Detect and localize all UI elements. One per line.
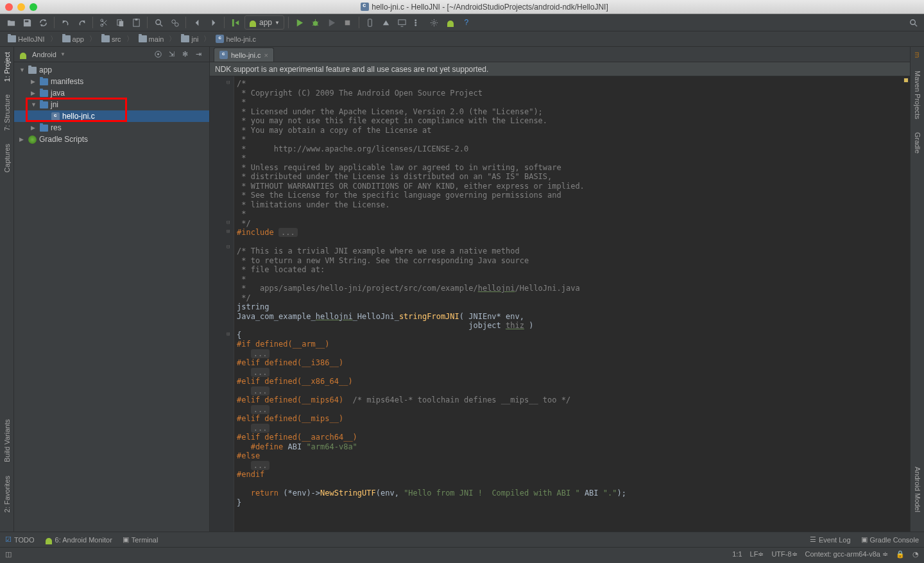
tree-item-jni[interactable]: ▼jni xyxy=(14,99,209,110)
attach-icon[interactable] xyxy=(325,15,339,30)
rail-captures[interactable]: Captures xyxy=(3,144,11,173)
run-config-label: app xyxy=(259,18,272,27)
replace-icon[interactable] xyxy=(167,15,182,30)
rail-structure[interactable]: 7: Structure xyxy=(3,94,11,131)
folder-icon xyxy=(40,125,48,132)
svg-rect-5 xyxy=(135,18,137,20)
scroll-from-source-icon[interactable] xyxy=(152,49,164,60)
folder-icon xyxy=(139,35,147,42)
debug-icon[interactable] xyxy=(309,15,323,30)
main-toolbar: app ▼ ? xyxy=(0,14,924,31)
make-icon[interactable] xyxy=(228,15,243,30)
project-tree: ▼app ▶manifests ▶java ▼jni hello-jni.c ▶… xyxy=(14,62,209,532)
structure-tb-icon[interactable] xyxy=(411,15,425,30)
status-extra-icon[interactable]: ◔ xyxy=(912,550,919,559)
lock-icon[interactable]: 🔒 xyxy=(896,550,905,559)
svg-point-9 xyxy=(313,21,318,26)
stop-icon[interactable] xyxy=(341,15,355,30)
cut-icon[interactable] xyxy=(97,15,111,30)
breadcrumb-item[interactable]: jni xyxy=(178,34,201,44)
find-icon[interactable] xyxy=(151,15,166,30)
chevron-down-icon: ▼ xyxy=(275,20,280,26)
editor-gutter[interactable]: ⊟ ⊟ ⊞ ⊟ ⊞ xyxy=(210,76,234,532)
tree-item-app[interactable]: ▼app xyxy=(14,64,209,76)
avd-icon[interactable] xyxy=(363,15,377,30)
breadcrumb-item[interactable]: src xyxy=(99,34,124,44)
svg-point-16 xyxy=(433,21,436,24)
rail-build-variants[interactable]: Build Variants xyxy=(3,419,11,462)
bottom-terminal[interactable]: ▣Terminal xyxy=(123,535,158,544)
help-icon[interactable]: ? xyxy=(459,15,474,30)
tree-item-hello-jni-c[interactable]: hello-jni.c xyxy=(14,110,209,122)
folder-icon xyxy=(8,35,16,42)
rail-android-model[interactable]: Android Model xyxy=(914,467,921,512)
panel-settings-icon[interactable]: ✻ xyxy=(179,49,191,60)
bottom-android-monitor[interactable]: 6: Android Monitor xyxy=(45,536,112,544)
search-everywhere-icon[interactable] xyxy=(906,15,920,30)
c-file-icon xyxy=(216,35,224,43)
rail-favorites[interactable]: 2: Favorites xyxy=(3,476,11,512)
tree-item-manifests[interactable]: ▶manifests xyxy=(14,76,209,87)
editor-tab-hello-jni[interactable]: hello-jni.c × xyxy=(214,48,274,62)
nav-back-icon[interactable] xyxy=(190,15,204,30)
bottom-event-log[interactable]: ☰Event Log xyxy=(810,535,851,544)
window-controls xyxy=(5,3,37,11)
rail-maven[interactable]: m xyxy=(914,52,921,58)
status-position[interactable]: 1:1 xyxy=(732,550,742,559)
bottom-todo[interactable]: ☑TODO xyxy=(5,535,35,544)
undo-icon[interactable] xyxy=(58,15,73,30)
svg-point-15 xyxy=(415,24,417,26)
android-icon xyxy=(249,19,257,26)
sync-icon[interactable] xyxy=(36,15,50,30)
rail-project[interactable]: 1: Project xyxy=(3,52,11,82)
rail-maven-projects[interactable]: Maven Projects xyxy=(914,71,921,119)
svg-point-19 xyxy=(157,53,159,55)
run-config-selector[interactable]: app ▼ xyxy=(244,15,284,30)
folder-icon xyxy=(62,35,71,42)
status-line-sep[interactable]: LF≑ xyxy=(750,550,764,559)
open-icon[interactable] xyxy=(4,15,18,30)
run-icon[interactable] xyxy=(293,15,307,30)
svg-rect-11 xyxy=(368,19,372,26)
svg-rect-3 xyxy=(119,21,123,26)
breadcrumb-item[interactable]: hello-jni.c xyxy=(213,33,258,44)
copy-icon[interactable] xyxy=(113,15,127,30)
settings-icon[interactable] xyxy=(427,15,441,30)
paste-icon[interactable] xyxy=(129,15,143,30)
tree-item-gradle-scripts[interactable]: ▶Gradle Scripts xyxy=(14,134,209,145)
bottom-gradle-console[interactable]: ▣Gradle Console xyxy=(861,535,919,544)
editor-marker-bar[interactable] xyxy=(903,76,910,532)
breadcrumb-item[interactable]: main xyxy=(136,34,167,44)
tree-item-java[interactable]: ▶java xyxy=(14,87,209,99)
close-window-icon[interactable] xyxy=(5,3,13,11)
nav-forward-icon[interactable] xyxy=(206,15,220,30)
folder-icon xyxy=(40,78,48,85)
zoom-window-icon[interactable] xyxy=(30,3,37,11)
editor-body[interactable]: ⊟ ⊟ ⊞ ⊟ ⊞ /* * Copyright (C) 2009 The An… xyxy=(210,76,910,532)
rail-gradle[interactable]: Gradle xyxy=(914,132,921,153)
monitor-icon[interactable] xyxy=(395,15,409,30)
folder-icon xyxy=(28,67,37,74)
breadcrumb-item[interactable]: HelloJNI xyxy=(5,34,47,44)
redo-icon[interactable] xyxy=(74,15,89,30)
c-file-icon xyxy=(361,3,369,11)
sdk-icon[interactable] xyxy=(379,15,393,30)
hide-panel-icon[interactable]: ⇥ xyxy=(193,49,204,60)
status-corner-icon[interactable]: ◫ xyxy=(5,550,12,559)
save-icon[interactable] xyxy=(20,15,34,30)
code-content[interactable]: /* * Copyright (C) 2009 The Android Open… xyxy=(234,76,910,532)
breadcrumb-item[interactable]: app xyxy=(60,34,87,44)
project-view-selector[interactable]: Android xyxy=(32,51,56,58)
android-icon xyxy=(19,51,27,58)
tree-item-res[interactable]: ▶res xyxy=(14,122,209,134)
minimize-window-icon[interactable] xyxy=(17,3,25,11)
status-encoding[interactable]: UTF-8≑ xyxy=(771,550,797,559)
close-tab-icon[interactable]: × xyxy=(264,51,268,59)
window-title-text: hello-jni.c - HelloJNI - [~/AndroidStudi… xyxy=(372,3,608,12)
collapse-all-icon[interactable]: ⇲ xyxy=(166,49,177,60)
c-file-icon xyxy=(219,51,228,59)
android-tb-icon[interactable] xyxy=(443,15,458,30)
status-context[interactable]: Context: gcc-arm64-v8a ≑ xyxy=(805,550,888,559)
svg-rect-12 xyxy=(398,19,406,24)
svg-point-14 xyxy=(415,22,417,24)
